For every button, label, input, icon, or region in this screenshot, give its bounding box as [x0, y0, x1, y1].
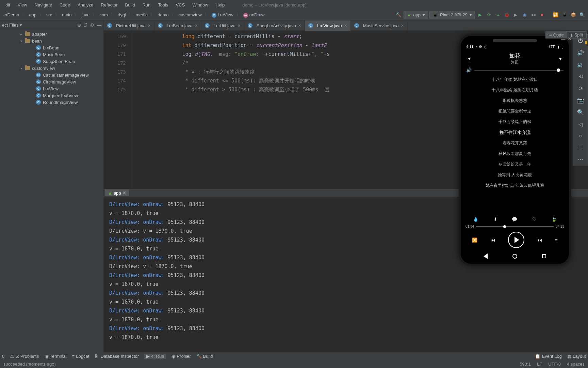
database-inspector-button[interactable]: 🗄 Database Inspector	[95, 354, 139, 359]
menu-edit[interactable]: dit	[2, 2, 14, 8]
tree-class-musicbean[interactable]: CMusicBean	[0, 51, 103, 58]
sync-button[interactable]: 🔁	[552, 11, 559, 19]
download-icon[interactable]: ⬇	[493, 217, 497, 222]
tab-pictureutil[interactable]: CPictureUtil.java✕	[104, 20, 154, 31]
emu-back-icon[interactable]: ◁	[578, 121, 583, 127]
tab-lrcbean[interactable]: CLrcBean.java✕	[154, 20, 201, 31]
menu-navigate[interactable]: Navigate	[31, 2, 55, 8]
shuffle-icon[interactable]: 🔀	[472, 237, 477, 243]
volume-down-icon[interactable]: 🔉	[577, 61, 584, 68]
volume-up-icon[interactable]: 🔊	[577, 49, 584, 56]
crumb-com[interactable]: com	[98, 12, 109, 18]
close-icon[interactable]: ✕	[122, 190, 126, 196]
power-icon[interactable]: ⏻	[578, 38, 583, 44]
todo-button[interactable]: 0	[2, 354, 4, 359]
menu-run[interactable]: Run	[139, 2, 154, 8]
next-track-icon[interactable]: ⏭	[538, 237, 542, 243]
playlist-icon[interactable]: ≡	[555, 237, 558, 243]
sdk-manager-button[interactable]: 📦	[570, 11, 577, 19]
effect-icon[interactable]: 💧	[473, 217, 478, 222]
volume-icon[interactable]: 🔊	[466, 67, 472, 73]
debug-button[interactable]: 🐞	[503, 11, 510, 19]
close-icon[interactable]: ✕	[344, 24, 347, 28]
menu-analyze[interactable]: Analyze	[74, 2, 97, 8]
stop-button[interactable]: ■	[538, 11, 546, 19]
settings-icon[interactable]: ⚙	[90, 22, 94, 28]
minimize-icon[interactable]: —	[561, 36, 566, 42]
menu-build[interactable]: Build	[121, 2, 138, 8]
collapse-icon[interactable]: ⇵	[84, 22, 87, 28]
eco-icon[interactable]: 🍃	[551, 217, 557, 222]
heart-icon[interactable]: ♡	[532, 217, 536, 222]
run-tab-app[interactable]: ▲ app ✕	[105, 189, 129, 196]
crumb-customview[interactable]: customview	[177, 12, 203, 18]
emu-overview-icon[interactable]: □	[579, 144, 582, 151]
apply-code-changes-button[interactable]: ≡	[494, 11, 502, 19]
resource-manager-button[interactable]: 🔍	[578, 11, 586, 19]
menu-help[interactable]: Help	[212, 2, 228, 8]
tree-class-marqueetextview[interactable]: CMarqueeTextView	[0, 92, 103, 99]
project-view-dropdown[interactable]: ect Files ▾	[2, 22, 22, 28]
close-icon[interactable]: ✕	[195, 24, 198, 28]
close-icon[interactable]: ✕	[298, 24, 301, 28]
more-icon[interactable]: ⋯	[578, 156, 583, 163]
screenshot-icon[interactable]: 📷	[577, 97, 584, 104]
progress-slider[interactable]	[476, 226, 554, 227]
nav-home-button[interactable]	[512, 254, 517, 259]
crumb-java[interactable]: java	[80, 12, 91, 18]
close-icon[interactable]: ✕	[401, 24, 404, 28]
indent-info[interactable]: 4 spaces	[567, 362, 585, 367]
emu-home-icon[interactable]: ○	[579, 133, 582, 139]
crumb-media[interactable]: media	[134, 12, 149, 18]
tree-class-lrcbean[interactable]: CLrcBean	[0, 44, 103, 51]
locate-icon[interactable]: ⊕	[77, 22, 81, 28]
crumb-project[interactable]: erDemo	[2, 12, 20, 18]
tree-class-circleframeimageview[interactable]: CCircleFrameImageView	[0, 72, 103, 78]
close-icon[interactable]: ✕	[568, 36, 572, 42]
volume-slider[interactable]	[474, 70, 564, 71]
project-tree[interactable]: ▸adapter ▾bean CLrcBean CMusicBean CSong…	[0, 30, 103, 352]
problems-button[interactable]: ⚠ 6: Problems	[10, 354, 39, 359]
device-dropdown[interactable]: 📱 Pixel 2 API 29 ▾	[429, 11, 475, 19]
coverage-button[interactable]: ▶	[512, 11, 519, 19]
crumb-app[interactable]: app	[28, 12, 38, 18]
warning-stripe-icon[interactable]	[585, 41, 587, 44]
build-window-button[interactable]: 🔨 Build	[196, 354, 213, 359]
tree-class-songsheetbean[interactable]: CSongSheetBean	[0, 58, 103, 65]
menu-refactor[interactable]: Refactor	[97, 2, 121, 8]
event-log-button[interactable]: 📋 Event Log	[535, 354, 562, 359]
profile-button[interactable]: ◉	[521, 11, 528, 19]
attach-debugger-button[interactable]: ⫘	[529, 11, 537, 19]
logcat-button[interactable]: ≡ Logcat	[72, 354, 89, 359]
nav-recents-button[interactable]	[542, 254, 546, 258]
menu-window[interactable]: Window	[189, 2, 211, 8]
comment-icon[interactable]: 💬	[512, 217, 517, 222]
close-icon[interactable]: ✕	[238, 24, 241, 28]
caret-position[interactable]: 593:1	[520, 362, 531, 367]
crumb-src[interactable]: src	[45, 12, 53, 18]
line-separator[interactable]: LF	[537, 362, 542, 367]
nav-back-button[interactable]	[484, 254, 488, 259]
apply-changes-button[interactable]: ⟳	[485, 11, 493, 19]
file-encoding[interactable]: UTF-8	[548, 362, 561, 367]
run-button[interactable]: ▶	[476, 11, 484, 19]
menu-vcs[interactable]: VCS	[173, 2, 189, 8]
avd-manager-button[interactable]: 📱	[561, 11, 568, 19]
tree-class-lrcview[interactable]: CLrcView	[0, 85, 103, 92]
crumb-class[interactable]: CLrcView	[210, 12, 235, 18]
tab-lrcutil[interactable]: CLrcUtil.java✕	[201, 20, 244, 31]
crumb-dyql[interactable]: dyql	[116, 12, 127, 18]
tree-folder-customview[interactable]: ▾customview	[0, 65, 103, 72]
tree-folder-bean[interactable]: ▾bean	[0, 37, 103, 44]
play-button[interactable]	[508, 232, 524, 248]
crumb-main[interactable]: main	[61, 12, 73, 18]
hide-icon[interactable]: —	[97, 22, 101, 28]
profiler-button[interactable]: ◉ Profiler	[172, 354, 191, 359]
zoom-icon[interactable]: 🔍	[577, 109, 584, 116]
tree-folder-adapter[interactable]: ▸adapter	[0, 31, 103, 37]
menu-tools[interactable]: Tools	[154, 2, 172, 8]
tree-class-roundimageview[interactable]: CRoundImageView	[0, 99, 103, 106]
rotate-left-icon[interactable]: ⟲	[578, 73, 583, 80]
tab-songlrcactivity[interactable]: CSongLrcActivity.java✕	[244, 20, 305, 31]
rotate-right-icon[interactable]: ⟳	[578, 85, 583, 92]
